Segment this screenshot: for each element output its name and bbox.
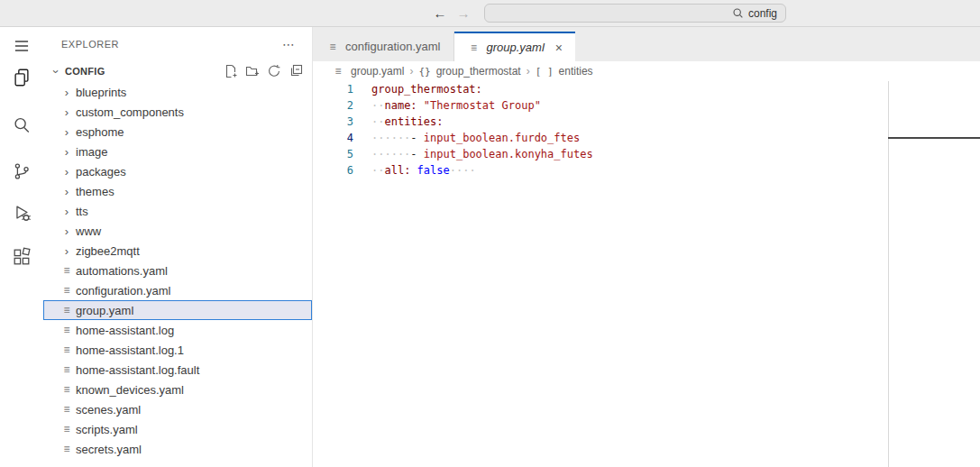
chevron-down-icon: › — [50, 64, 63, 78]
activity-bar-run-debug[interactable] — [11, 202, 32, 224]
symbol-object-icon: {} — [418, 66, 430, 78]
menu-button[interactable] — [11, 35, 32, 57]
tree-item-label: home-assistant.log.fault — [76, 363, 199, 377]
vertical-ruler — [888, 81, 889, 467]
line-number: 6 — [313, 162, 364, 179]
run-debug-icon — [12, 203, 32, 223]
tree-item[interactable]: ≡ automations.yaml — [43, 261, 312, 280]
tab-label: configuration.yaml — [345, 40, 441, 53]
tree-item-label: home-assistant.log.1 — [76, 343, 184, 357]
tree-item[interactable]: › packages — [43, 161, 312, 181]
chevron-right-icon: › — [60, 105, 74, 119]
breadcrumb-file[interactable]: group.yaml — [351, 65, 404, 78]
new-file-icon — [224, 64, 238, 78]
tree-item[interactable]: › www — [43, 221, 312, 241]
line-number: 1 — [313, 81, 364, 97]
tree-item[interactable]: › esphome — [43, 122, 312, 142]
code-line[interactable]: 6 ··all: false···· — [313, 162, 980, 179]
new-file-button[interactable] — [224, 64, 238, 78]
more-actions-button[interactable]: ⋯ — [279, 34, 298, 54]
breadcrumb: ≡ group.yaml › {} group_thermostat › [ ]… — [313, 61, 980, 81]
chevron-right-icon: › — [60, 86, 74, 99]
code-token: ·· — [371, 164, 384, 177]
breadcrumb-object[interactable]: group_thermostat — [436, 65, 521, 78]
code-editor[interactable]: 1 group_thermostat: 2 ··name: "Thermosta… — [313, 81, 980, 179]
code-token: false — [417, 164, 450, 177]
tree-item[interactable]: ≡ home-assistant.log.fault — [43, 360, 312, 380]
collapse-all-button[interactable] — [289, 64, 303, 78]
tree-item[interactable]: › zigbee2mqtt — [43, 241, 312, 261]
file-icon: ≡ — [60, 343, 74, 356]
new-folder-icon — [245, 64, 260, 78]
nav-back-button[interactable]: ← — [429, 0, 451, 26]
tree-item[interactable]: › image — [43, 142, 312, 161]
file-icon: ≡ — [325, 41, 340, 53]
tree-item-label: packages — [76, 165, 126, 179]
files-icon — [12, 68, 32, 87]
tree-item[interactable]: › tts — [43, 201, 312, 221]
tree-item[interactable]: ≡ secrets.yaml — [43, 439, 312, 459]
code-text: ··entities: — [364, 114, 443, 130]
tree-item[interactable]: › custom_components — [43, 102, 312, 122]
chevron-right-icon: › — [60, 244, 74, 258]
command-center-search[interactable]: config — [484, 4, 786, 23]
code-token: input_boolean.konyha_futes — [424, 148, 593, 160]
tree-item[interactable]: › blueprints — [43, 82, 312, 102]
tree-item[interactable]: ≡ home-assistant.log.1 — [43, 340, 312, 360]
code-token: input_boolean.furdo_ftes — [424, 132, 580, 144]
code-text: ··all: false···· — [364, 162, 476, 179]
tree-item-label: image — [76, 145, 107, 159]
file-icon: ≡ — [60, 264, 74, 277]
code-text: group_thermostat: — [364, 81, 482, 97]
activity-bar-explorer[interactable] — [11, 67, 32, 88]
tree-item-label: known_devices.yaml — [76, 383, 184, 397]
close-icon[interactable]: × — [555, 41, 563, 55]
explorer-sidebar: EXPLORER ⋯ › CONFIG — [43, 27, 313, 467]
code-token: entities: — [384, 115, 443, 128]
code-token: ·· — [371, 99, 384, 112]
tree-item[interactable]: ≡ configuration.yaml — [43, 280, 312, 300]
tree-item[interactable]: ≡ home-assistant.log — [43, 320, 312, 340]
code-token: ·· — [371, 115, 384, 128]
tree-item[interactable]: ≡ known_devices.yaml — [43, 380, 312, 399]
new-folder-button[interactable] — [245, 64, 260, 78]
tree-item[interactable]: › themes — [43, 181, 312, 201]
line-number: 2 — [313, 97, 364, 114]
file-icon: ≡ — [60, 423, 74, 435]
file-icon: ≡ — [60, 443, 74, 455]
tree-item[interactable]: ≡ scripts.yaml — [43, 419, 312, 439]
extensions-icon — [12, 247, 32, 267]
search-icon — [732, 7, 744, 19]
code-token: ······ — [371, 148, 410, 160]
breadcrumb-array[interactable]: entities — [559, 65, 593, 78]
tree-item-label: www — [76, 224, 101, 238]
chevron-right-icon: › — [60, 205, 74, 218]
line-number: 4 — [313, 130, 364, 146]
file-icon: ≡ — [331, 65, 345, 78]
editor-area: ≡ configuration.yaml ≡ group.yaml × ≡ gr… — [313, 27, 980, 467]
tree-item[interactable]: ≡ scenes.yaml — [43, 399, 312, 419]
tab-label: group.yaml — [487, 41, 545, 54]
nav-forward-button[interactable]: → — [453, 0, 474, 26]
file-icon: ≡ — [60, 383, 74, 396]
search-text: config — [748, 7, 777, 20]
source-control-icon — [12, 161, 32, 181]
code-line[interactable]: 3 ··entities: — [313, 114, 980, 130]
tree-item-selected[interactable]: ≡ group.yaml — [43, 300, 312, 320]
tree-item-label: automations.yaml — [76, 264, 168, 278]
tab-group-yaml[interactable]: ≡ group.yaml × — [454, 32, 576, 61]
line-number: 3 — [313, 114, 364, 130]
code-line-active[interactable]: 4 ······- input_boolean.furdo_ftes — [313, 130, 980, 146]
code-token: ······ — [371, 132, 410, 144]
activity-bar-search[interactable] — [11, 114, 32, 136]
tab-configuration-yaml[interactable]: ≡ configuration.yaml — [313, 32, 454, 61]
refresh-button[interactable] — [267, 64, 281, 78]
code-line[interactable]: 1 group_thermostat: — [313, 81, 980, 97]
code-line[interactable]: 5 ······- input_boolean.konyha_futes — [313, 146, 980, 162]
code-text: ······- input_boolean.furdo_ftes — [364, 130, 580, 146]
activity-bar-source-control[interactable] — [11, 160, 32, 182]
collapse-all-icon — [289, 64, 303, 78]
activity-bar-extensions[interactable] — [11, 246, 32, 268]
chevron-right-icon: › — [60, 224, 74, 238]
code-line[interactable]: 2 ··name: "Thermostat Group" — [313, 97, 980, 114]
